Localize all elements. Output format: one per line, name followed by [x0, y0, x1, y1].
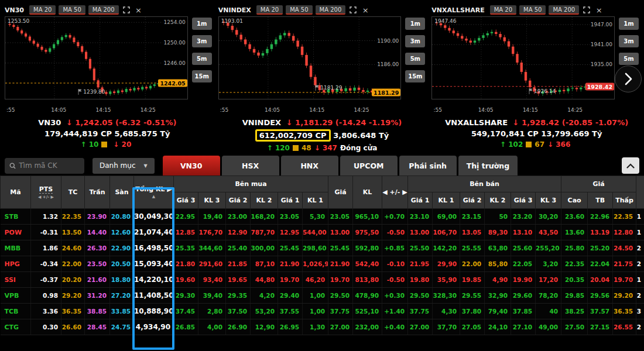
- sub-header[interactable]: KL 1: [433, 192, 460, 209]
- sub-header[interactable]: Giá 3: [174, 192, 198, 209]
- table-row[interactable]: VPB0.9829.2031.2027.2011,408,5029.3039,4…: [1, 288, 644, 304]
- price-cell: 544,00: [303, 225, 328, 240]
- expand-icon[interactable]: [348, 5, 358, 15]
- sub-header[interactable]: KL 2: [485, 192, 511, 209]
- search-icon: [9, 162, 16, 170]
- table-row[interactable]: TCB3.3636.3538.8533.8510,888,9037.452,80…: [1, 304, 644, 319]
- ma20-button[interactable]: MA 20: [490, 5, 516, 15]
- table-row[interactable]: MBB1.8624.6026.3022.9016,498,5025.35344,…: [1, 240, 644, 256]
- next-chart-button[interactable]: [615, 66, 642, 92]
- ma50-button[interactable]: MA 50: [286, 5, 312, 15]
- price-cell: 22.35: [613, 209, 636, 225]
- sub-header[interactable]: Giá 2: [226, 192, 251, 209]
- price-cell: 23.10: [408, 209, 433, 225]
- price-cell: 19,40: [198, 209, 226, 225]
- sort-arrows-icon[interactable]: ◀ +/- ▶: [31, 195, 61, 199]
- collapse-button[interactable]: [622, 157, 639, 174]
- x-axis-label: 14:15: [96, 107, 111, 113]
- table-row[interactable]: STB1.3222.3523.9020.8030,049,3022.9519,4…: [1, 209, 644, 225]
- close-icon[interactable]: ×: [134, 5, 143, 15]
- symbol-cell[interactable]: POW: [1, 225, 31, 240]
- ma200-button[interactable]: MA 200: [88, 5, 119, 15]
- candlestick-chart[interactable]: 1193.01 1190.001186.001181.291181.29: [218, 16, 402, 99]
- col-header-tran[interactable]: Trần: [85, 176, 110, 209]
- ma200-button[interactable]: MA 200: [316, 5, 346, 15]
- sub-header[interactable]: Giá 2: [460, 192, 485, 209]
- col-header-pts[interactable]: PTS ◀ +/- ▶: [31, 176, 61, 209]
- col-header-tongkl[interactable]: Tổng KL ▶ ▲: [134, 176, 174, 209]
- ma20-button[interactable]: MA 20: [29, 5, 56, 15]
- timeframe-3m-button[interactable]: 3m: [192, 35, 212, 47]
- tab-vn30[interactable]: VN30: [163, 156, 220, 176]
- expand-icon[interactable]: [122, 5, 131, 15]
- timeframe-1m-button[interactable]: 1m: [619, 18, 639, 30]
- symbol-cell[interactable]: HPG: [1, 256, 31, 272]
- timeframe-3m-button[interactable]: 3m: [405, 35, 425, 47]
- symbol-cell[interactable]: SSI: [1, 272, 31, 288]
- tab-phái-sinh[interactable]: Phái sinh: [399, 156, 457, 176]
- price-cell: 37.45: [174, 304, 198, 319]
- symbol-cell[interactable]: TCB: [1, 304, 31, 319]
- timeframe-5m-button[interactable]: 5m: [619, 53, 639, 65]
- table-row[interactable]: CTG0.3026.6028.4524.754,934,9026.854,002…: [1, 319, 644, 335]
- col-header-kl[interactable]: KL: [353, 176, 382, 209]
- ma20-button[interactable]: MA 20: [256, 5, 283, 15]
- tab-hnx[interactable]: HNX: [281, 156, 338, 176]
- close-icon[interactable]: ×: [594, 5, 604, 15]
- price-cell: 27.05: [460, 319, 485, 335]
- symbol-cell[interactable]: MBB: [1, 240, 31, 256]
- tab-thị-trường[interactable]: Thị trường: [458, 156, 518, 176]
- search-box[interactable]: [5, 158, 84, 174]
- tab-upcom[interactable]: UPCOM: [340, 156, 398, 176]
- symbol-cell[interactable]: VPB: [1, 288, 31, 304]
- timeframe-5m-button[interactable]: 5m: [405, 53, 425, 65]
- col-header-change[interactable]: ◀ +/- ▶: [382, 176, 408, 209]
- timeframe-5m-button[interactable]: 5m: [192, 53, 212, 65]
- timeframe-1m-button[interactable]: 1m: [192, 18, 212, 30]
- expand-icon[interactable]: [582, 5, 591, 15]
- price-cell: 22.35: [561, 256, 588, 272]
- sub-header[interactable]: TB: [588, 192, 613, 209]
- col-header-san[interactable]: Sàn: [110, 176, 134, 209]
- sub-header[interactable]: Giá 1: [278, 192, 303, 209]
- sub-header[interactable]: KL 2: [251, 192, 278, 209]
- ma200-button[interactable]: MA 200: [549, 5, 579, 15]
- timeframe-15m-button[interactable]: 15m: [192, 70, 212, 82]
- sub-header[interactable]: KL 3: [536, 192, 561, 209]
- candlestick-chart[interactable]: 1253.50 1254.001250.001246.001242.051239…: [5, 16, 188, 99]
- ma50-button[interactable]: MA 50: [519, 5, 546, 15]
- col-header-ma[interactable]: Mã: [1, 176, 31, 209]
- col-header-tc[interactable]: TC: [61, 176, 85, 209]
- timeframe-15m-button[interactable]: 15m: [405, 70, 425, 82]
- price-cell: 23.50: [85, 256, 110, 272]
- timeframe-3m-button[interactable]: 3m: [619, 35, 639, 47]
- tab-hsx[interactable]: HSX: [222, 156, 279, 176]
- col-header-gia[interactable]: Giá: [328, 176, 353, 209]
- ma50-button[interactable]: MA 50: [59, 5, 85, 15]
- x-axis-label: 14:15: [523, 107, 538, 113]
- timeframe-buttons: 1m 3m 5m 15m: [401, 16, 426, 106]
- sub-header[interactable]: Giá 3: [511, 192, 536, 209]
- sub-header[interactable]: Cao: [561, 192, 588, 209]
- symbol-cell[interactable]: STB: [1, 209, 31, 225]
- summary-vn30: VN30 ↓ 1,242.05 (-6.32 -0.51%) 179,444,8…: [0, 118, 215, 152]
- price-cell: 25.50: [408, 240, 433, 256]
- sub-header[interactable]: Giá 1: [408, 192, 433, 209]
- x-axis-label: :55: [6, 107, 15, 113]
- price-cell: 1,00: [303, 288, 328, 304]
- candlestick-chart[interactable]: 1947.46 1947.001941.001935.001928.421926…: [431, 16, 615, 99]
- chart-symbol: VNINDEX: [218, 6, 251, 14]
- timeframe-1m-button[interactable]: 1m: [405, 18, 425, 30]
- symbol-cell[interactable]: CTG: [1, 319, 31, 335]
- sub-header[interactable]: KL 1: [303, 192, 328, 209]
- table-row[interactable]: SSI-0.3720.2021.6018.8014,220,1019.6093,…: [1, 272, 644, 288]
- search-input[interactable]: [19, 161, 80, 170]
- close-icon[interactable]: ×: [361, 5, 370, 15]
- category-dropdown[interactable]: Danh mục ▼: [93, 158, 155, 174]
- sub-header[interactable]: Thấp: [613, 192, 636, 209]
- table-row[interactable]: POW-0.3113.5014.4012.6021,074,4012.85176…: [1, 225, 644, 240]
- price-cell: 10,888,90: [134, 304, 174, 319]
- sub-header[interactable]: KL 3: [198, 192, 226, 209]
- table-row[interactable]: HPG-0.3422.0023.5020.5015,093,4021.80291…: [1, 256, 644, 272]
- index-change: (-6.32 -0.51%): [115, 118, 176, 127]
